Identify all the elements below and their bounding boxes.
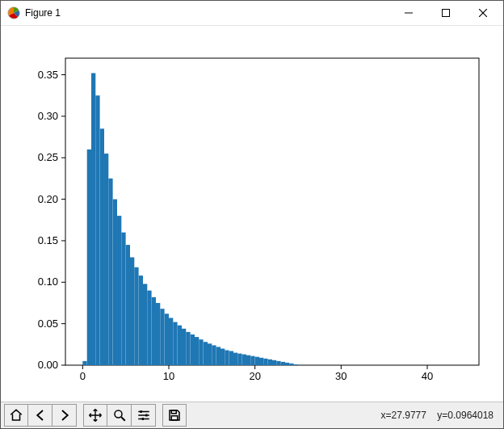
minimize-button[interactable]	[390, 1, 427, 25]
svg-rect-87	[140, 410, 141, 413]
svg-line-83	[121, 417, 125, 421]
home-icon	[9, 408, 23, 423]
svg-rect-7	[87, 149, 91, 365]
svg-rect-41	[233, 353, 237, 365]
svg-point-82	[115, 410, 122, 418]
svg-rect-21	[147, 291, 151, 365]
svg-rect-91	[171, 416, 178, 420]
arrow-right-icon	[57, 408, 72, 423]
sliders-icon	[136, 408, 151, 423]
svg-rect-39	[225, 351, 229, 366]
titlebar: Figure 1	[1, 1, 503, 26]
zoom-icon	[112, 408, 127, 423]
svg-rect-23	[156, 303, 160, 365]
svg-rect-54	[289, 364, 293, 365]
svg-rect-36	[212, 345, 216, 365]
close-icon	[479, 9, 487, 17]
svg-rect-25	[165, 313, 169, 365]
move-icon	[88, 408, 103, 423]
minimize-icon	[405, 9, 413, 17]
svg-rect-42	[237, 354, 242, 365]
svg-rect-20	[143, 284, 147, 365]
svg-text:0.10: 0.10	[38, 275, 58, 288]
svg-rect-6	[82, 361, 86, 365]
svg-rect-19	[139, 275, 143, 365]
svg-rect-43	[242, 355, 246, 365]
save-icon	[167, 408, 182, 423]
svg-text:20: 20	[249, 370, 260, 382]
svg-rect-37	[216, 347, 220, 365]
svg-text:0.05: 0.05	[38, 318, 58, 330]
figure-window: Figure 1 0102030400.000.050.100.150.200.…	[0, 0, 504, 429]
plot-canvas[interactable]: 0102030400.000.050.100.150.200.250.300.3…	[1, 26, 503, 402]
svg-rect-52	[281, 362, 285, 365]
save-button[interactable]	[162, 404, 187, 427]
svg-rect-49	[268, 360, 272, 365]
svg-rect-47	[259, 358, 263, 365]
svg-rect-22	[152, 297, 156, 365]
svg-rect-32	[195, 337, 199, 365]
svg-text:0: 0	[80, 370, 86, 382]
svg-rect-44	[246, 355, 250, 365]
svg-rect-89	[141, 418, 143, 420]
arrow-left-icon	[33, 408, 48, 423]
svg-rect-48	[263, 359, 267, 365]
svg-rect-17	[130, 258, 134, 366]
svg-rect-8	[91, 74, 95, 366]
svg-rect-90	[171, 410, 176, 414]
svg-rect-28	[178, 326, 182, 365]
svg-text:0.30: 0.30	[38, 110, 58, 122]
svg-text:0.35: 0.35	[38, 69, 58, 81]
navigation-toolbar: x=27.9777 y=0.0964018	[1, 402, 503, 428]
svg-text:0.20: 0.20	[38, 193, 58, 205]
svg-rect-30	[186, 332, 190, 365]
svg-rect-50	[272, 360, 276, 365]
matplotlib-icon	[7, 6, 20, 19]
svg-rect-12	[108, 179, 112, 365]
svg-rect-40	[229, 351, 233, 366]
svg-text:10: 10	[163, 370, 174, 382]
home-button[interactable]	[4, 404, 28, 427]
svg-rect-46	[255, 357, 259, 365]
configure-button[interactable]	[132, 404, 156, 427]
svg-text:40: 40	[422, 370, 433, 382]
svg-rect-11	[104, 154, 108, 365]
window-title: Figure 1	[25, 7, 61, 19]
svg-rect-33	[199, 339, 203, 365]
svg-rect-16	[126, 245, 130, 365]
svg-rect-55	[294, 364, 298, 365]
svg-rect-13	[113, 200, 117, 365]
maximize-button[interactable]	[427, 1, 464, 25]
svg-rect-27	[173, 322, 177, 365]
svg-rect-14	[117, 216, 121, 365]
svg-rect-9	[95, 95, 99, 365]
svg-text:0.25: 0.25	[38, 151, 58, 163]
svg-rect-88	[145, 414, 147, 417]
svg-rect-31	[191, 334, 195, 365]
maximize-icon	[442, 9, 450, 17]
svg-rect-51	[276, 361, 280, 365]
zoom-button[interactable]	[107, 404, 132, 427]
svg-rect-10	[100, 128, 104, 365]
svg-rect-24	[160, 309, 164, 365]
svg-rect-35	[208, 343, 212, 365]
back-button[interactable]	[28, 404, 52, 427]
svg-rect-53	[285, 363, 289, 365]
svg-rect-45	[250, 356, 254, 365]
svg-rect-2	[443, 10, 450, 17]
histogram-chart: 0102030400.000.050.100.150.200.250.300.3…	[1, 26, 503, 402]
svg-rect-15	[121, 233, 125, 365]
svg-text:30: 30	[335, 370, 346, 382]
svg-rect-29	[182, 329, 186, 365]
svg-rect-38	[220, 349, 225, 366]
svg-rect-18	[134, 267, 138, 365]
svg-rect-26	[169, 318, 173, 366]
svg-rect-34	[204, 342, 208, 365]
svg-text:0.15: 0.15	[38, 234, 58, 246]
close-button[interactable]	[464, 1, 502, 25]
cursor-coordinates: x=27.9777 y=0.0964018	[381, 410, 500, 421]
svg-text:0.00: 0.00	[38, 359, 58, 371]
forward-button[interactable]	[52, 404, 77, 427]
pan-button[interactable]	[83, 404, 107, 427]
